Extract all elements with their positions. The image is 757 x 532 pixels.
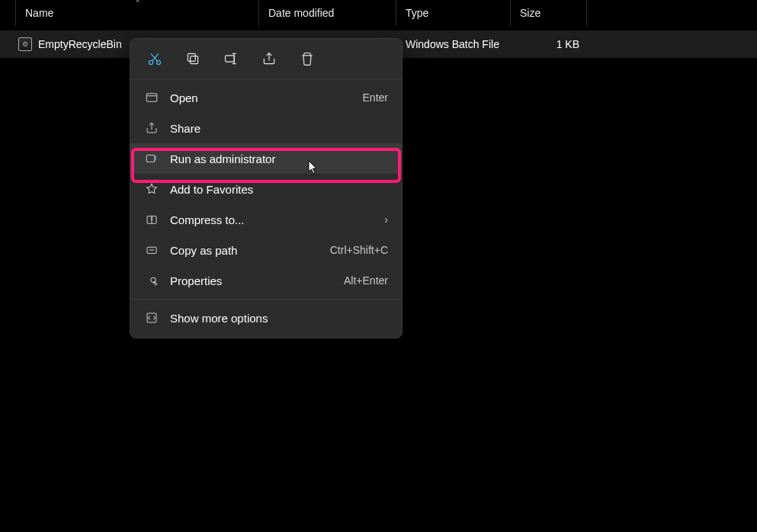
context-menu: Open Enter Share Run as administrator Ad… [130, 38, 403, 338]
file-type: Windows Batch File [406, 38, 499, 50]
menu-item-compress[interactable]: Compress to... › [130, 204, 402, 235]
batch-file-icon: ⚙ [18, 37, 32, 51]
menu-item-open-label: Open [170, 91, 352, 104]
menu-item-copypath-shortcut: Ctrl+Shift+C [330, 244, 388, 256]
chevron-right-icon: › [384, 213, 388, 226]
copy-path-icon [144, 242, 159, 258]
menu-item-share[interactable]: Share [130, 113, 402, 143]
column-header-name[interactable]: Name ⌃ [15, 0, 259, 26]
archive-icon [144, 212, 159, 227]
svg-rect-12 [146, 155, 155, 162]
svg-line-3 [151, 53, 157, 61]
column-header-size[interactable]: Size [511, 0, 587, 26]
delete-icon[interactable] [300, 51, 315, 66]
file-size: 1 KB [557, 38, 579, 50]
menu-item-open[interactable]: Open Enter [130, 82, 402, 113]
column-header-name-label: Name [25, 7, 53, 19]
menu-item-run-as-administrator[interactable]: Run as administrator [130, 143, 402, 174]
svg-rect-6 [226, 56, 235, 62]
menu-item-favorites-label: Add to Favorites [170, 183, 388, 196]
menu-item-run-as-administrator-label: Run as administrator [170, 152, 388, 165]
shield-admin-icon [144, 151, 159, 166]
svg-line-2 [152, 53, 159, 61]
share-quick-icon[interactable] [261, 51, 277, 66]
copy-icon[interactable] [185, 51, 200, 66]
more-options-icon [144, 310, 159, 325]
column-header-size-label: Size [520, 7, 540, 19]
rename-icon[interactable] [223, 51, 239, 66]
menu-item-copypath-label: Copy as path [170, 244, 319, 257]
column-header-type[interactable]: Type [396, 0, 511, 26]
svg-rect-4 [191, 56, 198, 64]
menu-separator [130, 79, 402, 79]
menu-item-properties-shortcut: Alt+Enter [344, 274, 388, 287]
svg-point-0 [149, 61, 153, 65]
menu-item-show-more-options[interactable]: Show more options [130, 303, 402, 333]
open-icon [144, 90, 159, 105]
context-quick-actions [130, 43, 402, 75]
menu-separator [130, 299, 402, 300]
file-name: EmptyRecycleBin [38, 38, 122, 50]
column-header-date[interactable]: Date modified [259, 0, 396, 26]
column-header-type-label: Type [406, 7, 428, 19]
cut-icon[interactable] [147, 51, 162, 66]
menu-item-properties-label: Properties [170, 274, 333, 287]
column-header-row: Name ⌃ Date modified Type Size [0, 0, 757, 26]
menu-item-open-shortcut: Enter [363, 91, 388, 104]
menu-item-more-label: Show more options [170, 312, 388, 325]
menu-item-properties[interactable]: Properties Alt+Enter [130, 265, 402, 296]
svg-rect-10 [146, 94, 157, 102]
star-icon [144, 181, 159, 197]
svg-rect-5 [188, 53, 195, 61]
menu-item-compress-label: Compress to... [170, 213, 374, 226]
wrench-icon [144, 273, 159, 288]
mouse-cursor-icon [308, 160, 319, 175]
column-header-date-label: Date modified [268, 7, 334, 19]
menu-item-share-label: Share [170, 122, 388, 135]
menu-item-copy-as-path[interactable]: Copy as path Ctrl+Shift+C [130, 235, 402, 265]
menu-item-add-to-favorites[interactable]: Add to Favorites [130, 174, 402, 204]
share-icon [144, 120, 159, 136]
svg-point-1 [157, 61, 161, 65]
sort-indicator-icon: ⌃ [134, 0, 141, 8]
